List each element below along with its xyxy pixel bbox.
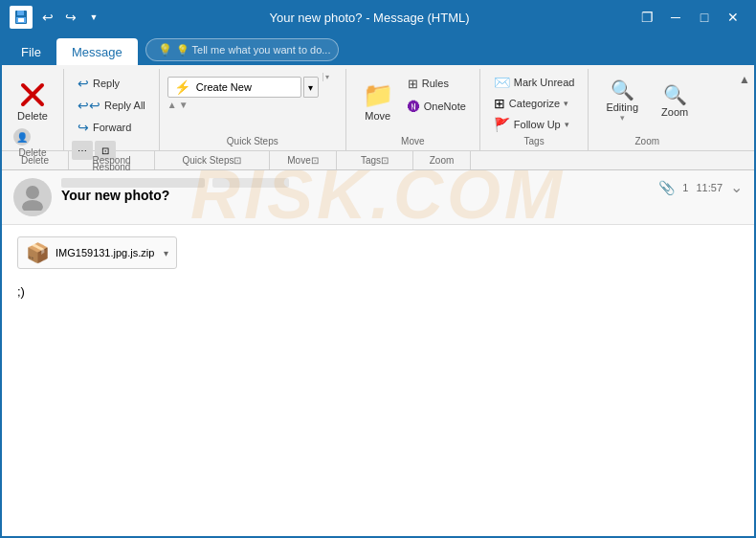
email-meta: Your new photo? (61, 178, 649, 205)
rules-label: Rules (422, 78, 449, 89)
chevron-up-icon: ▲ (739, 73, 750, 86)
flag-icon: 🚩 (494, 117, 510, 132)
attachment-count: 1 (682, 182, 688, 193)
zoom-button[interactable]: 🔍 Zoom (652, 73, 698, 128)
create-new-row: ⚡ Create New ▾ (167, 77, 319, 98)
reply-icon: ↩ (78, 76, 89, 91)
ribbon-group-editing: 🔍 Editing ▾ 🔍 Zoom Zoom (589, 69, 705, 150)
zip-file-icon: 📦 (26, 241, 50, 264)
svg-rect-1 (17, 11, 24, 15)
unsubscribe-icon: 👤 (13, 128, 31, 146)
save-icon[interactable] (10, 6, 33, 29)
ribbon-group-move: 📁 Move ⊞ Rules 🅝 OneNote Move (346, 69, 480, 150)
tags-bottom-label[interactable]: Tags ⊡ (337, 151, 413, 169)
title-bar: ↩ ↪ ▼ Your new photo? - Message (HTML) ❐… (2, 2, 754, 33)
email-time-area: 📎 1 11:57 ⌄ (658, 178, 743, 196)
quicksteps-dropdown[interactable]: ▾ (303, 77, 319, 98)
svg-point-6 (26, 186, 39, 199)
categories-icon: ⊞ (494, 96, 505, 111)
attachment-card[interactable]: 📦 IMG159131.jpg.js.zip ▾ (17, 236, 177, 269)
editing-zoom-content: 🔍 Editing ▾ 🔍 Zoom (596, 69, 698, 134)
onenote-icon: 🅝 (408, 100, 420, 114)
window-title: Your new photo? - Message (HTML) (105, 11, 634, 25)
move-bottom-label[interactable]: Move ⊡ (270, 151, 337, 169)
ribbon-collapse[interactable]: ▲ (735, 69, 754, 150)
lightning-icon: ⚡ (174, 79, 190, 95)
editing-label: Editing (606, 101, 638, 113)
forward-label: Forward (93, 122, 131, 133)
quicksteps-group-label: Quick Steps (167, 134, 338, 150)
respond-bottom-label: Respond (69, 151, 155, 169)
attachment-dropdown-icon[interactable]: ▾ (164, 248, 168, 258)
forward-icon: ↪ (78, 120, 89, 135)
email-body: 📦 IMG159131.jpg.js.zip ▾ ;) (2, 225, 754, 310)
expand-icon: ⊡ (233, 155, 241, 166)
tags-buttons: ✉️ Mark Unread ⊞ Categorize ▾ 🚩 Follow U… (488, 73, 581, 134)
create-new-button[interactable]: ⚡ Create New (167, 77, 301, 98)
scroll-down-icon[interactable]: ▼ (179, 100, 189, 110)
ribbon-group-quicksteps: ⚡ Create New ▾ ▲ ▼ ▾ Quick Steps (160, 69, 346, 150)
follow-up-button[interactable]: 🚩 Follow Up ▾ (488, 115, 581, 134)
editing-button[interactable]: 🔍 Editing ▾ (596, 73, 648, 128)
reply-all-icon: ↩↩ (78, 98, 100, 113)
move-button[interactable]: 📁 Move (354, 73, 402, 128)
main-content: Your new photo? 📎 1 11:57 ⌄ 📦 IMG159131.… (2, 170, 754, 310)
ribbon-group-delete: Delete 👤 Delete (2, 69, 64, 150)
envelope-icon: ✉️ (494, 75, 510, 90)
quick-access-dropdown[interactable]: ▼ (82, 6, 105, 29)
reply-label: Reply (93, 78, 120, 89)
respond-group-content: ↩ Reply ↩↩ Reply All ↪ Forward ⋯ ⊡ (72, 69, 151, 160)
tags-content: ✉️ Mark Unread ⊞ Categorize ▾ 🚩 Follow U… (488, 69, 581, 134)
forward-button[interactable]: ↪ Forward (72, 117, 151, 138)
window-controls: ❐ ─ □ ✕ (634, 4, 746, 31)
quicksteps-bottom-label[interactable]: Quick Steps ⊡ (155, 151, 270, 169)
ribbon: Delete 👤 Delete ↩ Reply ↩↩ Reply All (2, 65, 754, 151)
ribbon-group-tags: ✉️ Mark Unread ⊞ Categorize ▾ 🚩 Follow U… (480, 69, 589, 150)
editing-arrow: ▾ (620, 113, 625, 123)
delete-icon (17, 79, 48, 110)
svg-point-7 (22, 200, 43, 211)
quicksteps-content: ⚡ Create New ▾ ▲ ▼ ▾ (167, 69, 338, 134)
move-content: 📁 Move ⊞ Rules 🅝 OneNote (354, 69, 472, 134)
attachment-indicator-icon: 📎 (658, 180, 675, 195)
respond-buttons: ↩ Reply ↩↩ Reply All ↪ Forward ⋯ ⊡ (72, 73, 151, 160)
delete-button[interactable]: Delete (10, 73, 56, 128)
rules-button[interactable]: ⊞ Rules (402, 73, 472, 94)
scroll-up-icon[interactable]: ▲ (167, 100, 177, 110)
follow-up-arrow: ▾ (565, 120, 569, 129)
zoom-icon: 🔍 (663, 83, 687, 106)
rules-icon: ⊞ (408, 77, 418, 91)
editing-icon: 🔍 (611, 78, 634, 101)
restore-button[interactable]: ❐ (634, 4, 660, 31)
minimize-button[interactable]: ─ (662, 4, 689, 31)
undo-icon[interactable]: ↩ (36, 6, 59, 29)
email-subject: Your new photo? (61, 188, 649, 203)
tags-group-label: Tags (488, 134, 581, 150)
folder-icon: 📁 (363, 80, 393, 110)
editing-zoom-buttons: 🔍 Editing ▾ 🔍 Zoom (596, 73, 698, 128)
email-body-text: ;) (17, 284, 739, 299)
avatar (13, 178, 52, 216)
quicksteps-scroll: ▲ ▼ (167, 100, 319, 110)
close-button[interactable]: ✕ (720, 4, 746, 31)
move-group-label: Move (354, 134, 472, 150)
tab-message[interactable]: Message (56, 38, 138, 65)
quicksteps-more[interactable]: ▾ (325, 73, 338, 81)
reply-all-button[interactable]: ↩↩ Reply All (72, 95, 151, 116)
reply-button[interactable]: ↩ Reply (72, 73, 151, 94)
move-label: Move (365, 110, 390, 122)
onenote-button[interactable]: 🅝 OneNote (402, 96, 472, 117)
maximize-button[interactable]: □ (691, 4, 718, 31)
expand-icon2: ⊡ (311, 155, 319, 166)
delete-group-content: Delete 👤 (10, 69, 56, 146)
tab-file[interactable]: File (6, 38, 56, 65)
delete-bottom-label: Delete (2, 151, 69, 169)
tell-me-search[interactable]: 💡 💡 Tell me what you want to do... (145, 38, 340, 61)
redo-icon[interactable]: ↪ (59, 6, 82, 29)
onenote-label: OneNote (424, 101, 466, 112)
categorize-button[interactable]: ⊞ Categorize ▾ (488, 94, 581, 113)
tab-bar: File Message 💡 💡 Tell me what you want t… (2, 33, 754, 65)
mark-unread-button[interactable]: ✉️ Mark Unread (488, 73, 581, 92)
expand-email-chevron[interactable]: ⌄ (730, 178, 743, 196)
expand-icon3: ⊡ (381, 155, 389, 166)
